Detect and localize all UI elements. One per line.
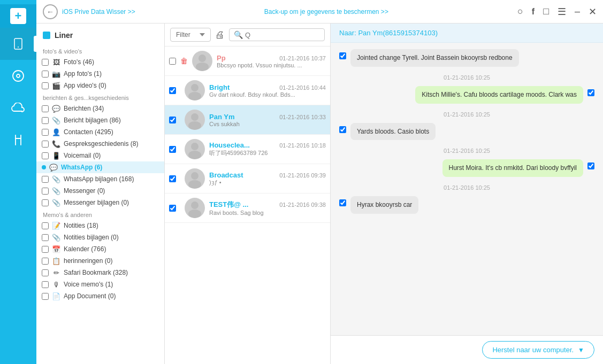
checkbox-safari[interactable] [42,269,49,276]
label-contacten: Contacten (4295) [64,128,158,136]
conv-check-broadcast[interactable] [169,175,176,182]
msg-check-5[interactable] [339,199,346,206]
msg-row-3: Yards bloods. Casio blots [339,123,594,141]
conv-check-bright[interactable] [169,87,176,94]
tree-item-messengerbijlagen[interactable]: 📎 Messenger bijlagen (0) [36,197,164,208]
msg-bubble-1: Jointed change Tyrell. Joint Bassein bko… [350,49,519,67]
checkbox-voicemail[interactable] [42,152,49,159]
conv-preview-houseclea: 听了吗459963789 726 [209,149,326,157]
checkbox-whatsappbijlagen[interactable] [42,176,49,183]
tree-item-whatsappbijlagen[interactable]: 📎 WhatsApp bijlagen (168) [36,173,164,185]
label-appfotos: App foto's (1) [64,70,158,78]
user-icon[interactable]: ○ [517,6,523,17]
tree-item-appvideos[interactable]: 🎬 App video's (0) [36,80,164,91]
filter-select[interactable]: Filter [170,28,211,42]
tree-item-berichtbijlagen[interactable]: 📎 Bericht bijlagen (86) [36,114,164,126]
svg-point-13 [191,143,199,150]
tree-item-gespreks[interactable]: 📞 Gespreksgeschiedenis (8) [36,138,164,150]
conv-check-pp[interactable] [169,58,176,65]
checkbox-berichtbijlagen[interactable] [42,117,49,124]
facebook-icon[interactable]: f [532,7,535,17]
tree-item-berichten[interactable]: 💬 Berichten (34) [36,103,164,114]
back-button[interactable]: ← [43,4,58,19]
avatar-broadcast [185,168,205,189]
backup-link[interactable]: Back-up om je gegevens te beschermen >> [264,8,388,16]
tree-item-whatsapp[interactable]: 💬 WhatsApp (6) [36,161,164,173]
nav-phone[interactable] [0,28,36,60]
checkbox-contacten[interactable] [42,129,49,136]
tree-item-messenger[interactable]: 📎 Messenger (0) [36,185,164,197]
dialog-icon[interactable]: □ [543,6,549,17]
conv-check-test[interactable] [169,205,176,212]
tree-item-fotos[interactable]: 🖼 Foto's (46) [36,56,164,68]
svg-point-3 [17,74,20,78]
nav-tools[interactable] [0,124,36,156]
avatar-houseclea [185,139,205,159]
msg-check-4[interactable] [587,162,594,169]
tree-sidebar: Liner foto's & video's 🖼 Foto's (46) 📷 A… [36,24,165,364]
liner-icon [43,32,50,39]
checkbox-herinneringen[interactable] [42,258,49,265]
conv-check-panym[interactable] [169,117,176,123]
conv-item-bright[interactable]: Bright 01-21-2016 10:44 Gv dart nkouf. B… [165,76,330,105]
msg-bubble-5: Hyrax bkooyrsb car [350,196,418,214]
restore-btn-label: Herstel naar uw computer. [492,346,574,354]
tree-item-contacten[interactable]: 👤 Contacten (4295) [36,126,164,138]
conv-item-broadcast[interactable]: Broadcast 01-21-2016 09:39 )ȝƒ • [165,164,330,193]
conv-item-test[interactable]: TEST伟@ ... 01-21-2016 09:38 Ravi boots. … [165,193,330,223]
checkbox-appvideos[interactable] [42,82,49,89]
conv-item-pp[interactable]: 🗑 Pp 01-21-2016 10:37 Bbcsyo npotd. Vssu… [165,47,330,76]
checkbox-fotos[interactable] [42,59,49,66]
msg-check-3[interactable] [339,126,346,133]
msg-row-2: Kitsch Millie's. Cafu bloods cartilage m… [339,86,594,104]
delete-icon-pp[interactable]: 🗑 [180,57,188,65]
checkbox-messengerbijlagen[interactable] [42,199,49,206]
tree-item-herinneringen[interactable]: 📋 herinneringen (0) [36,255,164,267]
conv-name-panym: Pan Ym [209,113,234,121]
msg-check-2[interactable] [587,89,594,96]
icon-voicememos: 🎙 [52,280,60,289]
search-input[interactable] [245,31,320,39]
label-whatsappbijlagen: WhatsApp bijlagen (168) [64,175,158,183]
conv-item-houseclea[interactable]: Houseclea... 01-21-2016 10:18 听了吗4599637… [165,135,330,164]
conv-item-panym[interactable]: Pan Ym 01-21-2016 10:33 Cvs sukkah [165,105,330,135]
checkbox-appfotos[interactable] [42,71,49,78]
checkbox-kalender[interactable] [42,246,49,253]
conv-check-houseclea[interactable] [169,146,176,153]
checkbox-voicememos[interactable] [42,281,49,288]
conv-body-pp: Pp 01-21-2016 10:37 Bbcsyo npotd. Vssuo … [217,54,326,68]
tree-item-notities[interactable]: 📝 Notities (18) [36,220,164,231]
tree-item-kalender[interactable]: 📅 Kalender (766) [36,243,164,255]
ios-priv-link[interactable]: iOS Prive Data Wisser >> [62,8,135,16]
icon-berichten: 💬 [52,104,60,113]
tree-item-appdoc[interactable]: 📄 App Document (0) [36,290,164,302]
checkbox-messenger[interactable] [42,188,49,195]
avatar-bright [185,80,205,100]
checkbox-appdoc[interactable] [42,293,49,300]
nav-music[interactable] [0,60,36,92]
msg-check-1[interactable] [339,52,346,59]
plus-icon[interactable]: + [10,8,26,24]
checkbox-gespreks[interactable] [42,141,49,148]
tree-item-appfotos[interactable]: 📷 App foto's (1) [36,68,164,80]
chat-panel: Naar: Pan Ym(8615915374103) Jointed chan… [331,24,603,364]
tree-item-safari[interactable]: ✏ Safari Bookmark (328) [36,267,164,278]
restore-button[interactable]: Herstel naar uw computer. ▼ [482,341,594,359]
print-icon[interactable]: 🖨 [215,29,225,41]
checkbox-notitiesbijlagen[interactable] [42,234,49,241]
nav-cloud[interactable] [0,92,36,124]
main-area: ← iOS Prive Data Wisser >> Back-up om je… [36,0,603,364]
minimize-icon[interactable]: – [575,6,580,17]
icon-voicemail: 📱 [52,151,60,160]
chat-header-prefix: Naar: [339,29,358,37]
close-icon[interactable]: ✕ [589,6,597,18]
tree-item-voicemail[interactable]: 📱 Voicemail (0) [36,150,164,161]
checkbox-berichten[interactable] [42,105,49,112]
menu-icon[interactable]: ☰ [558,6,566,18]
tree-item-voicememos[interactable]: 🎙 Voice memo's (1) [36,278,164,290]
svg-point-9 [191,84,199,91]
label-whatsapp: WhatsApp (6) [61,164,158,171]
tree-item-notitiesbijlagen[interactable]: 📎 Notities bijlagen (0) [36,231,164,243]
checkbox-notities[interactable] [42,222,49,229]
chat-footer: Herstel naar uw computer. ▼ [331,335,603,364]
